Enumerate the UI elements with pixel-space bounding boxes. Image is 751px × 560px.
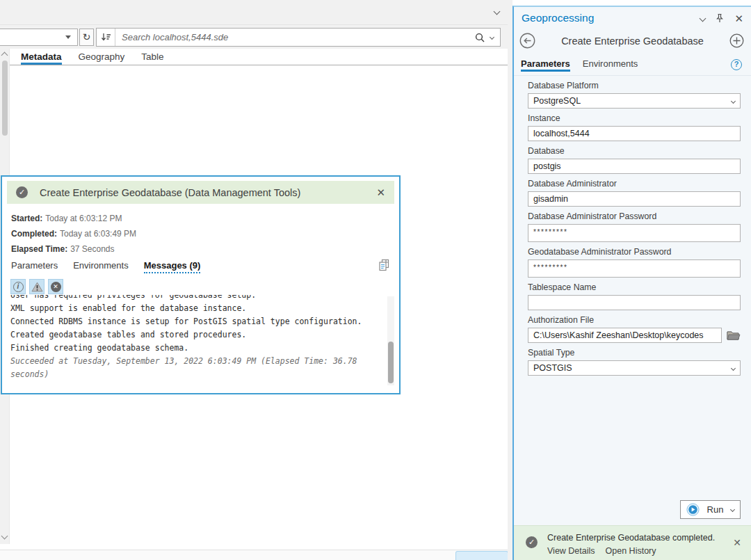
instance-input[interactable]: localhost,5444 bbox=[528, 126, 741, 141]
database-administrator-input[interactable]: gisadmin bbox=[528, 191, 741, 207]
notification-links: View Details Open History bbox=[547, 546, 733, 556]
message-filters: i ✕ bbox=[10, 279, 63, 294]
run-button-label: Run bbox=[705, 504, 725, 515]
view-details-link[interactable]: View Details bbox=[547, 546, 595, 556]
tool-title: Create Enterprise Geodatabase bbox=[535, 35, 729, 47]
tabs-separator bbox=[514, 75, 751, 76]
tool-result-dialog: ✓ Create Enterprise Geodatabase (Data Ma… bbox=[1, 175, 401, 394]
chevron-down-icon bbox=[65, 35, 71, 42]
add-to-project-button[interactable] bbox=[729, 33, 744, 48]
catalog-toolbar: ↻ Search localhost,5444.sde bbox=[0, 25, 508, 49]
database-platform-select[interactable]: PostgreSQL bbox=[528, 93, 741, 109]
field-group-spatial-type: Spatial TypePOSTGIS bbox=[528, 348, 741, 376]
docked-tab-indicator[interactable] bbox=[455, 551, 508, 560]
message-result-line: Succeeded at Tuesday, September 13, 2022… bbox=[10, 355, 382, 381]
pane-close-icon[interactable]: ✕ bbox=[734, 13, 743, 24]
play-icon bbox=[686, 503, 700, 516]
dialog-tab-messages[interactable]: Messages (9) bbox=[144, 260, 201, 273]
field-group-tablespace-name: Tablespace Name bbox=[528, 282, 741, 310]
tab-geography[interactable]: Geography bbox=[79, 51, 125, 65]
sort-button[interactable] bbox=[97, 29, 115, 46]
notification-message: Create Enterprise Geodatabase completed. bbox=[547, 533, 733, 543]
tab-table[interactable]: Table bbox=[141, 51, 163, 65]
field-group-database-administrator: Database Administratorgisadmin bbox=[528, 179, 741, 207]
filter-info-button[interactable]: i bbox=[10, 279, 26, 294]
help-icon[interactable]: ? bbox=[731, 59, 742, 70]
gp-tab-parameters[interactable]: Parameters bbox=[521, 58, 570, 72]
message-line: User has required privileges for geodata… bbox=[10, 295, 382, 302]
success-check-icon: ✓ bbox=[16, 186, 28, 198]
geodatabase-administrator-password-input[interactable]: ********* bbox=[528, 259, 741, 278]
notification-body: Create Enterprise Geodatabase completed.… bbox=[538, 533, 733, 556]
pane-options-chevron-icon[interactable] bbox=[700, 15, 706, 22]
run-options-chevron-icon[interactable] bbox=[730, 507, 735, 512]
refresh-button[interactable]: ↻ bbox=[79, 29, 94, 46]
message-line: Finished creating geodatabase schema. bbox=[10, 342, 382, 355]
completed-label: Completed: bbox=[11, 229, 57, 239]
field-label: Authorization File bbox=[528, 315, 741, 326]
pane-splitter[interactable] bbox=[508, 0, 512, 560]
info-icon: i bbox=[13, 282, 24, 292]
location-combobox[interactable] bbox=[0, 29, 78, 46]
filter-warning-button[interactable] bbox=[29, 279, 45, 294]
field-label: Database bbox=[528, 146, 741, 157]
app-window: ↻ Search localhost,5444.sde Metadata Geo… bbox=[0, 0, 751, 560]
copy-messages-button[interactable] bbox=[378, 259, 390, 271]
pin-icon[interactable] bbox=[716, 13, 724, 23]
dialog-tab-environments[interactable]: Environments bbox=[73, 260, 128, 273]
gp-tab-environments[interactable]: Environments bbox=[583, 58, 638, 72]
back-button[interactable] bbox=[519, 33, 535, 49]
database-administrator-password-input[interactable]: ********* bbox=[528, 224, 741, 242]
run-button[interactable]: Run bbox=[680, 500, 741, 519]
gp-tabs: Parameters Environments bbox=[521, 58, 638, 72]
completed-value: Today at 6:03:49 PM bbox=[60, 229, 136, 239]
completed-row: Completed:Today at 6:03:49 PM bbox=[11, 226, 136, 241]
scrollbar-thumb[interactable] bbox=[2, 61, 8, 136]
search-options-chevron[interactable] bbox=[489, 35, 500, 39]
plus-circle-icon bbox=[729, 33, 744, 48]
copy-icon bbox=[378, 259, 390, 271]
dialog-tabs: Parameters Environments Messages (9) bbox=[11, 260, 200, 273]
sort-icon bbox=[101, 33, 111, 42]
pane-title-row: Geoprocessing ✕ bbox=[522, 12, 743, 24]
message-scrollbar[interactable] bbox=[387, 296, 394, 385]
started-row: Started:Today at 6:03:12 PM bbox=[11, 211, 136, 226]
pane-title: Geoprocessing bbox=[522, 12, 690, 24]
browse-folder-button[interactable] bbox=[727, 330, 741, 341]
spatial-type-select[interactable]: POSTGIS bbox=[528, 360, 741, 376]
tablespace-name-input[interactable] bbox=[528, 295, 741, 310]
search-icon[interactable] bbox=[472, 33, 489, 42]
chevron-down-icon bbox=[731, 98, 736, 103]
database-input[interactable]: postgis bbox=[528, 159, 741, 174]
back-arrow-icon bbox=[519, 33, 535, 49]
field-group-database-administrator-password: Database Administrator Password********* bbox=[528, 211, 741, 242]
open-history-link[interactable]: Open History bbox=[606, 546, 656, 556]
scroll-up-icon[interactable] bbox=[1, 52, 8, 59]
dialog-title: Create Enterprise Geodatabase (Data Mana… bbox=[28, 187, 376, 198]
scroll-down-icon[interactable] bbox=[1, 533, 8, 540]
notification-check-icon: ✓ bbox=[526, 536, 538, 548]
field-label: Database Platform bbox=[528, 81, 741, 91]
dialog-tab-parameters[interactable]: Parameters bbox=[11, 260, 58, 273]
field-group-database-platform: Database PlatformPostgreSQL bbox=[528, 81, 741, 109]
dialog-close-icon[interactable]: ✕ bbox=[376, 187, 385, 198]
dialog-message-list[interactable]: User has required privileges for geodata… bbox=[10, 295, 382, 387]
filter-error-button[interactable]: ✕ bbox=[48, 279, 63, 294]
message-scrollbar-thumb[interactable] bbox=[388, 342, 394, 383]
file-field-row: C:\Users\Kashif Zeeshan\Desktop\keycodes bbox=[528, 328, 741, 343]
message-line: Created geodatabase tables and stored pr… bbox=[10, 328, 382, 342]
field-group-instance: Instancelocalhost,5444 bbox=[528, 113, 741, 141]
authorization-file-input[interactable]: C:\Users\Kashif Zeeshan\Desktop\keycodes bbox=[528, 328, 722, 343]
notification-close-icon[interactable]: ✕ bbox=[733, 538, 741, 548]
error-icon: ✕ bbox=[51, 282, 61, 292]
field-group-database: Databasepostgis bbox=[528, 146, 741, 174]
geoprocessing-pane: Geoprocessing ✕ Create Enterprise Geodat… bbox=[512, 6, 751, 560]
field-label: Instance bbox=[528, 113, 741, 124]
search-box[interactable]: Search localhost,5444.sde bbox=[96, 28, 501, 47]
started-value: Today at 6:03:12 PM bbox=[45, 214, 122, 223]
selected-value: PostgreSQL bbox=[533, 96, 581, 106]
tab-metadata[interactable]: Metadata bbox=[21, 51, 62, 65]
bottom-strip bbox=[0, 550, 508, 560]
search-input[interactable]: Search localhost,5444.sde bbox=[115, 32, 472, 42]
catalog-top-strip bbox=[0, 0, 508, 25]
